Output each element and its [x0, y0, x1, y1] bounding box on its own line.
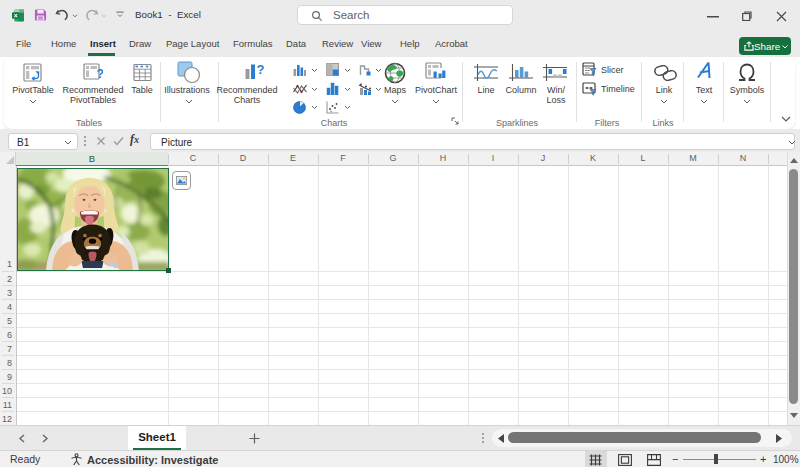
svg-text:8: 8 [7, 358, 12, 368]
svg-text:?: ? [97, 67, 104, 81]
svg-text:4: 4 [7, 302, 12, 312]
svg-text:11: 11 [3, 400, 12, 410]
svg-text:9: 9 [7, 372, 12, 382]
svg-text:?: ? [257, 63, 265, 77]
svg-text:3: 3 [7, 288, 12, 298]
svg-text:7: 7 [7, 344, 12, 354]
svg-text:5: 5 [7, 316, 12, 326]
svg-text:12: 12 [2, 414, 12, 424]
svg-text:6: 6 [7, 330, 12, 340]
svg-text:2: 2 [7, 274, 12, 284]
svg-text:10: 10 [2, 386, 12, 396]
svg-text:1: 1 [7, 259, 12, 269]
